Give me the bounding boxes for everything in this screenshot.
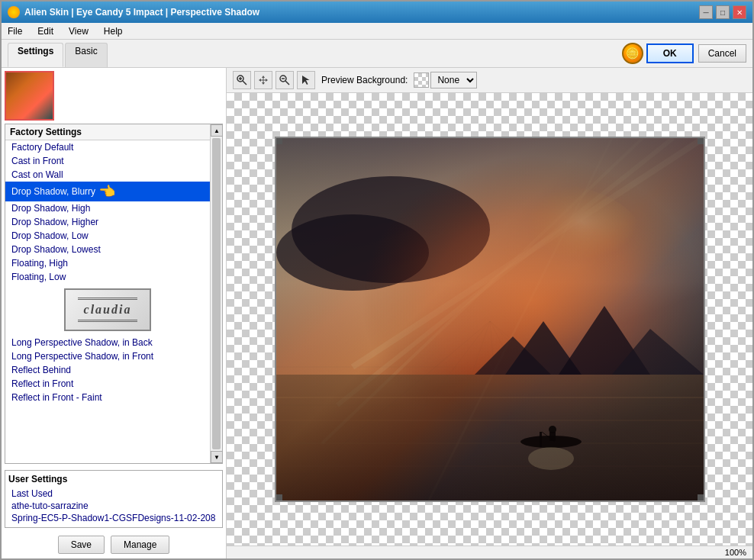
menu-help[interactable]: Help (101, 25, 126, 37)
corner-handle-tl[interactable] (276, 138, 282, 144)
zoom-out-tool[interactable] (276, 71, 294, 89)
preset-reflect-behind[interactable]: Reflect Behind (5, 363, 210, 377)
ok-button[interactable]: OK (646, 43, 694, 63)
presets-scroll[interactable]: Factory Settings Factory Default Cast in… (5, 124, 210, 463)
svg-line-1 (243, 81, 246, 85)
preset-factory-default[interactable]: Factory Default (5, 140, 210, 154)
user-settings-section: User Settings Last Used athe-tuto-sarraz… (5, 470, 223, 528)
menu-file[interactable]: File (5, 25, 25, 37)
zoom-level: 100% (725, 548, 746, 557)
svg-rect-35 (549, 432, 556, 441)
menu-edit[interactable]: Edit (34, 25, 56, 37)
main-content: Factory Settings Factory Default Cast in… (2, 68, 752, 558)
preset-reflect-in-front[interactable]: Reflect in Front (5, 377, 210, 391)
menu-bar: File Edit View Help (2, 23, 752, 40)
preset-drop-shadow-blurry[interactable]: Drop Shadow, Blurry 👈 (5, 182, 210, 201)
window-title: Alien Skin | Eye Candy 5 Impact | Perspe… (24, 7, 259, 18)
preset-reflect-in-front-faint[interactable]: Reflect in Front - Faint (5, 391, 210, 404)
app-icon (8, 6, 20, 18)
zoom-in-tool[interactable] (233, 71, 251, 89)
svg-point-36 (528, 447, 574, 470)
preview-area (227, 93, 752, 546)
left-panel-buttons: Save Manage (2, 531, 226, 558)
user-setting-spring-ecs[interactable]: Spring-EC5-P-Shadow1-CGSFDesigns-11-02-2… (8, 512, 219, 524)
scroll-down-button[interactable]: ▼ (211, 451, 222, 463)
preview-image-container (275, 137, 705, 502)
preview-bg-checker (414, 72, 429, 88)
preset-drop-shadow-higher[interactable]: Drop Shadow, Higher (5, 215, 210, 229)
cancel-button[interactable]: Cancel (698, 44, 746, 63)
left-panel: Factory Settings Factory Default Cast in… (2, 68, 227, 558)
preview-bg-label: Preview Background: (321, 75, 408, 85)
thumbnail-toolbar (2, 68, 226, 121)
menu-view[interactable]: View (66, 25, 92, 37)
presets-list: Factory Settings Factory Default Cast in… (5, 124, 223, 464)
preset-drop-shadow-lowest[interactable]: Drop Shadow, Lowest (5, 243, 210, 256)
perspective-lines-svg (276, 138, 704, 500)
minimize-button[interactable]: ─ (699, 5, 713, 19)
svg-rect-33 (540, 432, 542, 447)
preview-canvas (276, 138, 704, 500)
user-setting-athe-tuto[interactable]: athe-tuto-sarrazine (8, 500, 219, 512)
selected-arrow-icon: 👈 (98, 183, 115, 200)
preset-drop-shadow-low[interactable]: Drop Shadow, Low (5, 229, 210, 243)
thumbnail-image (5, 71, 54, 121)
preset-cast-in-front[interactable]: Cast in Front (5, 154, 210, 168)
manage-button[interactable]: Manage (111, 536, 169, 554)
maximize-button[interactable]: □ (716, 5, 730, 19)
title-bar: Alien Skin | Eye Candy 5 Impact | Perspe… (2, 2, 752, 23)
scroll-up-button[interactable]: ▲ (211, 124, 222, 137)
tab-basic[interactable]: Basic (65, 43, 107, 67)
preset-drop-shadow-high[interactable]: Drop Shadow, High (5, 201, 210, 215)
title-bar-controls: ─ □ ✕ (699, 5, 746, 19)
save-button[interactable]: Save (58, 536, 105, 554)
ok-btn-container: 🪙 OK (622, 43, 694, 64)
thumbnail-container (5, 71, 54, 121)
watermark-text: claudia (78, 298, 138, 322)
right-panel: Preview Background: None Black White Gra… (227, 68, 752, 558)
scroll-thumb[interactable] (212, 138, 221, 449)
user-setting-last-used[interactable]: Last Used (8, 488, 219, 500)
preset-floating-high[interactable]: Floating, High (5, 256, 210, 270)
main-window: Alien Skin | Eye Candy 5 Impact | Perspe… (0, 0, 754, 560)
pan-tool[interactable] (254, 71, 272, 89)
scrollbar[interactable]: ▲ ▼ (210, 124, 222, 463)
close-button[interactable]: ✕ (733, 5, 746, 19)
preview-bg-dropdown[interactable]: None Black White Gray (430, 72, 477, 89)
select-tool[interactable] (297, 71, 315, 89)
status-bar: 100% (227, 546, 752, 558)
corner-handle-tr[interactable] (698, 138, 704, 144)
watermark-area: claudia (5, 288, 210, 331)
title-bar-left: Alien Skin | Eye Candy 5 Impact | Perspe… (8, 6, 259, 18)
corner-handle-br[interactable] (698, 494, 704, 500)
tabs-row: Settings Basic 🪙 OK Cancel (2, 40, 752, 68)
corner-handle-bl[interactable] (276, 494, 282, 500)
presets-header: Factory Settings (5, 124, 210, 140)
tab-settings[interactable]: Settings (8, 43, 63, 67)
preview-bg-select-container: None Black White Gray (414, 72, 477, 89)
user-settings-header: User Settings (8, 474, 219, 484)
preset-long-perspective-front[interactable]: Long Perspective Shadow, in Front (5, 349, 210, 363)
preset-floating-low[interactable]: Floating, Low (5, 270, 210, 284)
preset-cast-on-wall[interactable]: Cast on Wall (5, 168, 210, 182)
toolbar-row: Preview Background: None Black White Gra… (227, 68, 752, 93)
coin-icon: 🪙 (622, 43, 643, 64)
svg-rect-27 (276, 375, 704, 500)
preset-long-perspective-back[interactable]: Long Perspective Shadow, in Back (5, 336, 210, 349)
svg-line-5 (285, 81, 289, 85)
